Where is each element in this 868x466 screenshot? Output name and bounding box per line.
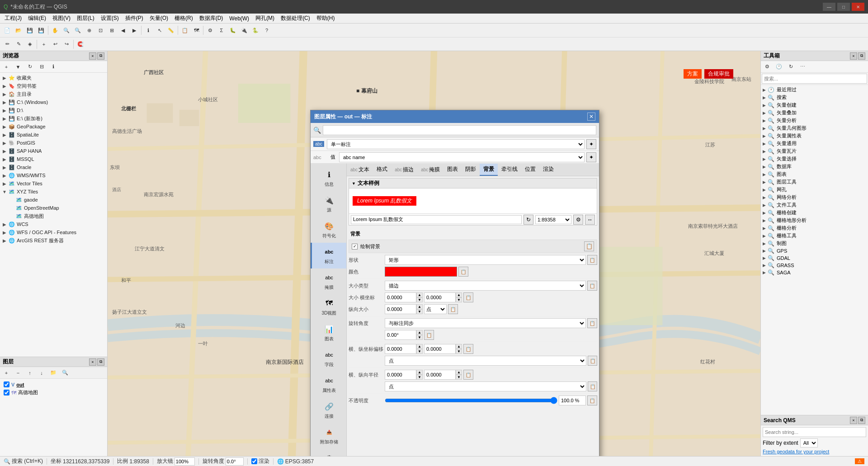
radius-x-down-btn[interactable]: ▼: [416, 375, 423, 380]
toolbox-item-图表[interactable]: ▶🔍图表: [762, 170, 867, 178]
toolbox-history-btn[interactable]: 🕐: [774, 61, 784, 72]
size-x-up-btn[interactable]: ▲: [416, 292, 423, 297]
offset-unit-select[interactable]: 点: [385, 356, 586, 366]
atlas-btn[interactable]: 📋: [179, 25, 190, 36]
browser-tree-item-sap-hana[interactable]: ▶🗄️SAP HANA: [1, 147, 106, 155]
subtab-chart[interactable]: 图表: [443, 164, 462, 176]
rotation-angle-down-btn[interactable]: ▼: [416, 335, 423, 340]
subtab-background[interactable]: 背景: [480, 164, 498, 176]
radius-y-down-btn[interactable]: ▼: [456, 375, 462, 380]
menu-plugins[interactable]: 插件(P): [123, 14, 146, 23]
menu-database[interactable]: 数据库(D): [197, 14, 226, 23]
label-mode-select[interactable]: 单一标注: [327, 139, 585, 149]
nav-tab-joins[interactable]: 🔗 连接: [311, 397, 346, 423]
qms-link[interactable]: Fresh geodata for your project: [763, 449, 866, 454]
rotation-angle-copy-btn[interactable]: 📋: [424, 330, 434, 340]
dialog-search-input[interactable]: [323, 125, 596, 135]
browser-tree-item-wcs[interactable]: ▶🌐WCS: [1, 220, 106, 228]
offset-xy-copy-btn[interactable]: 📋: [463, 344, 473, 354]
offset-y-input[interactable]: [424, 344, 456, 354]
zoom-in-btn[interactable]: 🔍: [61, 25, 72, 36]
nav-tab-actions[interactable]: ⚙ 动作: [311, 449, 346, 456]
python-btn[interactable]: 🐍: [250, 25, 261, 36]
toolbox-item-gps[interactable]: ▶🔍GPS: [762, 247, 867, 254]
snap-btn[interactable]: 🧲: [75, 39, 86, 50]
offset-y-up-btn[interactable]: ▲: [456, 344, 462, 349]
toolbox-item-矢量选择[interactable]: ▶🔍矢量选择: [762, 155, 867, 163]
plugin-btn[interactable]: 🔌: [239, 25, 250, 36]
browser-tree-item-主目录[interactable]: ▶🏠主目录: [1, 90, 106, 98]
toolbox-item-栅格工具[interactable]: ▶🔍栅格工具: [762, 232, 867, 240]
menu-edit[interactable]: 编辑(E): [25, 14, 49, 23]
help-btn[interactable]: ?: [261, 25, 272, 36]
nav-tab-3dview[interactable]: 🗺 3D视图: [311, 294, 346, 320]
browser-collapse-all-btn[interactable]: ⊟: [36, 61, 47, 72]
menu-raster[interactable]: 栅格(R): [172, 14, 196, 23]
size-y-down-btn[interactable]: ▼: [456, 297, 462, 302]
shape-select[interactable]: 矩形: [385, 255, 586, 265]
browser-tree-item-geopackage[interactable]: ▶📦GeoPackage: [1, 122, 106, 131]
toolbox-more-btn[interactable]: ⋯: [797, 61, 808, 72]
open-project-btn[interactable]: 📂: [13, 25, 24, 36]
subtab-mask2[interactable]: abc 掩膜: [417, 164, 443, 176]
subtab-shadow[interactable]: 阴影: [462, 164, 480, 176]
browser-tree-item-xyz-tiles[interactable]: ▼🗺️XYZ Tiles: [1, 188, 106, 196]
subtab-placement[interactable]: 位置: [521, 164, 539, 176]
layer-gaode-checkbox[interactable]: [4, 390, 9, 395]
identify-btn[interactable]: ℹ: [143, 25, 154, 36]
menu-layer[interactable]: 图层(L): [74, 14, 97, 23]
save-project-btn[interactable]: 💾: [24, 25, 35, 36]
settings-btn[interactable]: ⚙: [205, 25, 216, 36]
toolbox-refresh-btn[interactable]: ↻: [785, 61, 796, 72]
nav-tab-labels[interactable]: abc 标注: [311, 243, 346, 268]
edit-btn[interactable]: ✎: [13, 39, 24, 50]
select-btn[interactable]: ↖: [154, 25, 165, 36]
layers-filter-btn[interactable]: 🔍: [60, 367, 71, 378]
search-qms-collapse-btn[interactable]: ×: [850, 417, 857, 424]
menu-vector[interactable]: 矢量(O): [147, 14, 171, 23]
browser-tree-item-空间书签[interactable]: ▶🔖空间书签: [1, 82, 106, 90]
size-y-up-btn[interactable]: ▲: [456, 292, 462, 297]
radius-y-input[interactable]: [424, 370, 456, 380]
toolbox-item-最近用过[interactable]: ▶🕐最近用过: [762, 86, 867, 94]
toolbox-item-gdal[interactable]: ▶🔍GDAL: [762, 254, 867, 262]
browser-tree-item-d:\[interactable]: ▶💾D:\: [1, 106, 106, 114]
rotation-angle-up-btn[interactable]: ▲: [416, 330, 423, 335]
draw-bg-copy-btn[interactable]: 📋: [584, 241, 594, 251]
nav-tab-fields[interactable]: abc 字段: [311, 346, 346, 372]
subtab-format[interactable]: 格式: [373, 164, 391, 176]
toolbox-item-网络分析[interactable]: ▶🔍网络分析: [762, 193, 867, 201]
digitize-btn[interactable]: ✏: [2, 39, 13, 50]
zoom-fwd-btn[interactable]: ▶: [129, 25, 140, 36]
offset-unit-copy-btn[interactable]: 📋: [588, 356, 597, 366]
offset-x-input[interactable]: [385, 344, 416, 354]
draw-background-checkbox[interactable]: ✓: [352, 244, 358, 249]
opacity-slider[interactable]: [385, 397, 557, 404]
render-checkbox[interactable]: [251, 458, 257, 464]
size-type-select[interactable]: 描边: [385, 281, 586, 291]
value-field-icon-btn[interactable]: ✦: [586, 152, 596, 162]
toolbox-item-矢量创建[interactable]: ▶🔍矢量创建: [762, 101, 867, 109]
layers-float-btn[interactable]: ⧉: [97, 358, 104, 366]
vert-size-unit-select[interactable]: 点: [424, 304, 447, 314]
minimize-button[interactable]: —: [823, 3, 835, 11]
scale-settings-btn[interactable]: ⚙: [573, 215, 583, 225]
rotation-input[interactable]: [226, 457, 244, 466]
subtab-text[interactable]: abc 文本: [347, 164, 373, 176]
layers-down-btn[interactable]: ↓: [36, 367, 47, 378]
browser-info-btn[interactable]: ℹ: [48, 61, 59, 72]
nav-tab-symbol[interactable]: 🎨 符号化: [311, 217, 346, 243]
size-x-down-btn[interactable]: ▼: [416, 297, 423, 302]
radius-x-input[interactable]: [385, 370, 416, 380]
subtab-rendering2[interactable]: 渲染: [539, 164, 557, 176]
shape-copy-btn[interactable]: 📋: [587, 255, 597, 265]
redo-btn[interactable]: ↪: [61, 39, 72, 50]
rotation-type-select[interactable]: 与标注同步: [385, 318, 586, 328]
browser-tree-item-openstreetmap[interactable]: 🗺️OpenStreetMap: [1, 204, 106, 212]
toolbox-item-栅格创建[interactable]: ▶🔍栅格创建: [762, 209, 867, 217]
new-project-btn[interactable]: 📄: [2, 25, 13, 36]
browser-tree-item-oracle[interactable]: ▶🗄️Oracle: [1, 163, 106, 171]
zoom-out-btn[interactable]: 🔍: [72, 25, 83, 36]
map-canvas[interactable]: 广西社区 小城社区 ■ 幕府山 金陵科技学院 南京东站 北栅栏 高德生活广场 东…: [108, 51, 760, 456]
undo-btn[interactable]: ↩: [50, 39, 61, 50]
